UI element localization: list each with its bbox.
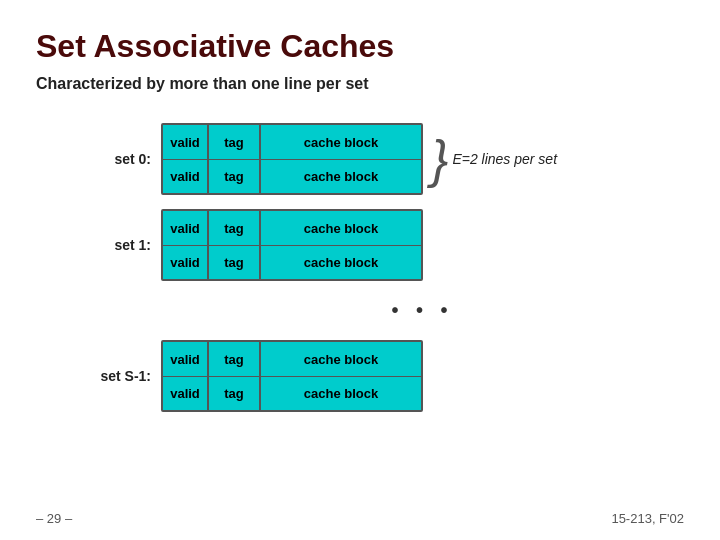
cache-block-cell: cache block xyxy=(261,246,421,279)
cache-line-2-0: validtagcache block xyxy=(163,342,421,376)
slide-subtitle: Characterized by more than one line per … xyxy=(36,75,684,93)
footer-left: – 29 – xyxy=(36,511,72,526)
tag-cell: tag xyxy=(209,246,261,279)
valid-cell: valid xyxy=(163,246,209,279)
cache-block-cell: cache block xyxy=(261,211,421,245)
brace-icon: } xyxy=(431,133,448,185)
footer: – 29 – 15-213, F'02 xyxy=(36,511,684,526)
cache-block-cell: cache block xyxy=(261,125,421,159)
tag-cell: tag xyxy=(209,211,261,245)
slide: Set Associative Caches Characterized by … xyxy=(0,0,720,540)
set-row-0: set 0:validtagcache blockvalidtagcache b… xyxy=(96,123,684,195)
dots-separator: • • • xyxy=(161,299,684,322)
cache-line-2-1: validtagcache block xyxy=(163,376,421,410)
cache-block-cell: cache block xyxy=(261,160,421,193)
tag-cell: tag xyxy=(209,125,261,159)
e-label: E=2 lines per set xyxy=(452,151,557,167)
footer-right: 15-213, F'02 xyxy=(611,511,684,526)
sets-container: set 0:validtagcache blockvalidtagcache b… xyxy=(96,123,684,412)
set-label-1: set 1: xyxy=(96,237,161,253)
set-lines-0: validtagcache blockvalidtagcache block xyxy=(161,123,423,195)
tag-cell: tag xyxy=(209,377,261,410)
valid-cell: valid xyxy=(163,125,209,159)
slide-title: Set Associative Caches xyxy=(36,28,684,65)
tag-cell: tag xyxy=(209,160,261,193)
cache-block-cell: cache block xyxy=(261,377,421,410)
set-lines-1: validtagcache blockvalidtagcache block xyxy=(161,209,423,281)
valid-cell: valid xyxy=(163,377,209,410)
valid-cell: valid xyxy=(163,342,209,376)
cache-line-1-1: validtagcache block xyxy=(163,245,421,279)
set-row-1: set 1:validtagcache blockvalidtagcache b… xyxy=(96,209,684,281)
valid-cell: valid xyxy=(163,211,209,245)
set-label-2: set S-1: xyxy=(96,368,161,384)
cache-line-0-1: validtagcache block xyxy=(163,159,421,193)
set-label-0: set 0: xyxy=(96,151,161,167)
valid-cell: valid xyxy=(163,160,209,193)
set-row-2: set S-1:validtagcache blockvalidtagcache… xyxy=(96,340,684,412)
cache-line-0-0: validtagcache block xyxy=(163,125,421,159)
brace-label: }E=2 lines per set xyxy=(431,133,557,185)
set-lines-2: validtagcache blockvalidtagcache block xyxy=(161,340,423,412)
cache-line-1-0: validtagcache block xyxy=(163,211,421,245)
tag-cell: tag xyxy=(209,342,261,376)
cache-block-cell: cache block xyxy=(261,342,421,376)
